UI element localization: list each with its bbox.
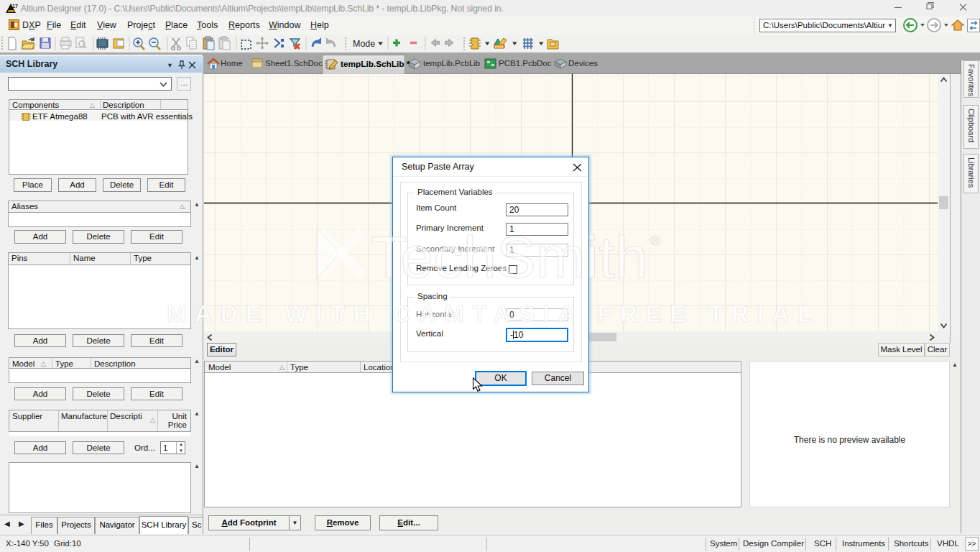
svg-text:Mode: Mode [353,39,375,49]
svg-text:17: 17 [12,4,18,9]
